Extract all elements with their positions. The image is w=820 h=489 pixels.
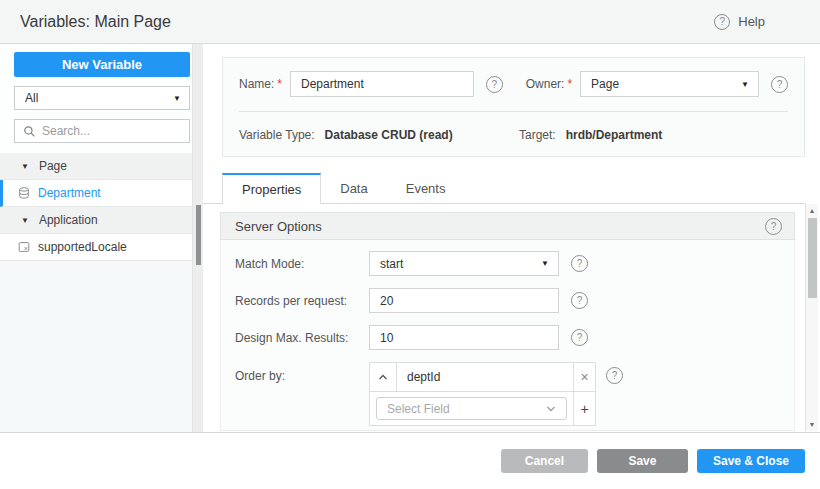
tab-properties[interactable]: Properties	[222, 173, 321, 204]
server-options-section: Server Options ? Match Mode: start ▼ ? R…	[220, 212, 795, 431]
database-icon	[17, 186, 31, 200]
match-mode-help-icon[interactable]: ?	[571, 255, 588, 272]
order-by-builder: deptId × Select Field +	[369, 362, 596, 426]
scroll-down-icon[interactable]: ▼	[806, 421, 818, 428]
tree-group-label: Application	[39, 213, 98, 227]
variable-type-label: Variable Type:	[239, 128, 315, 142]
add-order-field-button[interactable]: +	[573, 392, 595, 425]
order-by-add-row: Select Field +	[370, 392, 595, 425]
variables-sidebar: New Variable All ▼ ▼ Page Department	[0, 44, 203, 432]
records-per-request-input[interactable]	[369, 288, 559, 313]
server-options-header: Server Options ?	[220, 212, 795, 240]
locale-icon	[17, 240, 31, 254]
sidebar-scrollbar-thumb[interactable]	[196, 205, 201, 265]
variable-summary-panel: Name: * ? Owner: * Page ▼ ? Variable Typ…	[222, 57, 805, 157]
design-max-results-input[interactable]	[369, 325, 559, 350]
sidebar-scrollbar[interactable]	[192, 44, 203, 432]
remove-order-field-button[interactable]: ×	[573, 363, 595, 391]
new-variable-button[interactable]: New Variable	[14, 52, 190, 77]
order-by-entry-row: deptId ×	[370, 363, 595, 392]
chevron-down-icon	[545, 405, 557, 413]
collapse-triangle-icon: ▼	[21, 216, 29, 225]
help-button[interactable]: ? Help	[714, 14, 765, 30]
dropdown-arrow-icon: ▼	[173, 94, 181, 103]
required-marker: *	[277, 77, 282, 91]
variable-name-input[interactable]	[290, 71, 474, 97]
tree-item-department[interactable]: Department	[0, 180, 192, 207]
order-by-label: Order by:	[235, 369, 369, 383]
variables-tree: ▼ Page Department ▼ Application supporte…	[0, 153, 203, 433]
select-field-placeholder: Select Field	[387, 402, 450, 416]
tree-item-label: supportedLocale	[38, 240, 127, 254]
owner-label: Owner:	[526, 77, 565, 91]
match-mode-select[interactable]: start ▼	[369, 251, 559, 276]
owner-selected-value: Page	[591, 77, 619, 91]
owner-help-icon[interactable]: ?	[771, 76, 788, 93]
detail-tabs: Properties Data Events	[203, 174, 805, 204]
tab-data[interactable]: Data	[321, 174, 386, 203]
server-options-help-icon[interactable]: ?	[765, 218, 782, 235]
design-max-results-label: Design Max. Results:	[235, 331, 369, 345]
order-by-help-icon[interactable]: ?	[606, 367, 623, 384]
save-button[interactable]: Save	[597, 449, 688, 473]
search-box[interactable]	[14, 119, 190, 143]
match-mode-label: Match Mode:	[235, 257, 369, 271]
tree-group-application[interactable]: ▼ Application	[0, 207, 192, 234]
scroll-up-icon[interactable]: ▲	[806, 207, 818, 214]
help-circle-icon: ?	[714, 14, 730, 30]
name-label: Name:	[239, 77, 274, 91]
content-scrollbar-thumb[interactable]	[808, 218, 817, 298]
server-options-title: Server Options	[235, 219, 322, 234]
target-value: hrdb/Department	[566, 128, 663, 142]
records-per-request-label: Records per request:	[235, 294, 369, 308]
server-options-body: Match Mode: start ▼ ? Records per reques…	[220, 240, 795, 431]
chevron-up-icon	[377, 373, 389, 381]
name-help-icon[interactable]: ?	[486, 76, 503, 93]
content-scrollbar[interactable]: ▲ ▼	[805, 204, 818, 431]
variable-filter-select[interactable]: All ▼	[14, 86, 190, 110]
tree-group-label: Page	[39, 159, 67, 173]
dropdown-arrow-icon: ▼	[541, 259, 549, 268]
select-field-dropdown[interactable]: Select Field	[376, 397, 567, 420]
tree-group-page[interactable]: ▼ Page	[0, 153, 192, 180]
variable-type-value: Database CRUD (read)	[325, 128, 453, 142]
target-label: Target:	[519, 128, 556, 142]
filter-selected-value: All	[25, 91, 38, 105]
tree-item-supportedlocale[interactable]: supportedLocale	[0, 234, 192, 261]
help-label: Help	[738, 14, 765, 29]
dropdown-arrow-icon: ▼	[741, 80, 749, 89]
tab-events[interactable]: Events	[387, 174, 465, 203]
save-and-close-button[interactable]: Save & Close	[697, 449, 805, 473]
search-input[interactable]	[42, 124, 197, 138]
variable-detail-panel: Name: * ? Owner: * Page ▼ ? Variable Typ…	[203, 44, 820, 432]
collapse-triangle-icon: ▼	[21, 162, 29, 171]
search-icon	[23, 125, 36, 138]
panel-divider	[239, 111, 788, 112]
required-marker: *	[567, 77, 572, 91]
tree-item-label: Department	[38, 186, 101, 200]
dialog-header: Variables: Main Page ? Help	[0, 0, 820, 44]
match-mode-selected-value: start	[380, 257, 403, 271]
sort-direction-button[interactable]	[370, 363, 397, 391]
records-help-icon[interactable]: ?	[571, 292, 588, 309]
variables-dialog: Variables: Main Page ? Help New Variable…	[0, 0, 820, 489]
dialog-footer: Cancel Save Save & Close	[0, 433, 820, 489]
design-max-help-icon[interactable]: ?	[571, 329, 588, 346]
order-by-field-value[interactable]: deptId	[397, 363, 573, 391]
cancel-button[interactable]: Cancel	[501, 449, 588, 473]
tree-empty-area	[0, 261, 192, 433]
page-title: Variables: Main Page	[20, 13, 171, 31]
owner-select[interactable]: Page ▼	[580, 71, 759, 97]
